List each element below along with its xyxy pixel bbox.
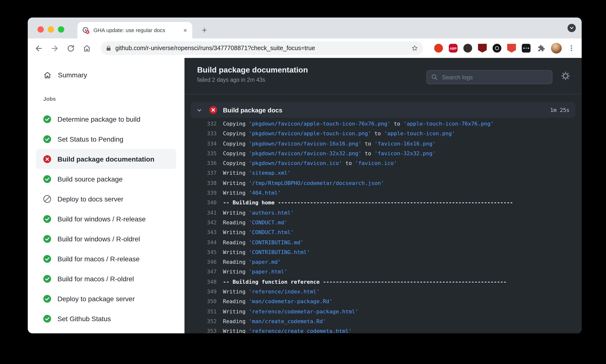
log-line-number[interactable]: 341 — [184, 208, 217, 218]
ublock-extension-icon[interactable] — [478, 44, 487, 52]
log-line-number[interactable]: 343 — [184, 228, 217, 238]
sidebar-item-build-package-documentation[interactable]: Build package documentation — [36, 149, 176, 169]
gear-icon[interactable] — [561, 72, 570, 80]
zoom-window-button[interactable] — [58, 26, 64, 33]
home-button[interactable] — [79, 40, 95, 56]
sidebar-item-determine-package-to-build[interactable]: Determine package to build — [36, 109, 176, 129]
log-line: 349Writing 'reference/index.html' — [184, 287, 582, 297]
log-line-number[interactable]: 346 — [184, 258, 217, 267]
chevron-down-icon[interactable] — [197, 107, 202, 113]
sidebar-item-build-for-macos-r-release[interactable]: Build for macos / R-release — [36, 249, 176, 269]
sidebar-item-build-source-package[interactable]: Build source package — [36, 169, 176, 189]
log-line: 333Copying 'pkgdown/favicon/apple-touch-… — [184, 129, 582, 139]
log-panel-header: Build package documentation failed 2 day… — [184, 58, 582, 94]
success-icon — [43, 215, 51, 223]
success-icon — [43, 255, 51, 262]
log-line-number[interactable]: 348 — [184, 277, 217, 287]
success-icon — [43, 295, 51, 302]
log-line-number[interactable]: 350 — [184, 297, 217, 307]
url-text: github.com/r-universe/ropensci/runs/3477… — [115, 45, 411, 52]
sidebar-item-build-for-windows-r-oldrel[interactable]: Build for windows / R-oldrel — [36, 229, 176, 249]
log-line: 343Writing 'CONDUCT.html' — [184, 228, 582, 238]
log-line-number[interactable]: 336 — [184, 159, 217, 169]
log-line: 341Writing 'authors.html' — [184, 208, 582, 218]
log-line-number[interactable]: 333 — [184, 129, 217, 139]
log-line-text: Writing 'reference/index.html' — [223, 287, 319, 297]
minimize-window-button[interactable] — [48, 26, 54, 33]
log-line-text: Copying 'pkgdown/favicon/favicon-32x32.p… — [223, 149, 436, 159]
log-line-number[interactable]: 335 — [184, 149, 217, 159]
log-line-number[interactable]: 339 — [184, 188, 217, 198]
browser-toolbar: github.com/r-universe/ropensci/runs/3477… — [28, 39, 582, 58]
search-logs-input[interactable] — [441, 73, 548, 81]
extension-icon-7[interactable] — [522, 44, 530, 52]
log-line-number[interactable]: 353 — [184, 326, 217, 333]
log-line: 338Writing '/tmp/RtmpLOBPHO/codemetar/do… — [184, 179, 582, 189]
log-group-header[interactable]: Build package docs 1m 25s — [191, 102, 575, 118]
log-line: 347Writing 'paper.html' — [184, 267, 582, 277]
log-line-number[interactable]: 351 — [184, 307, 217, 317]
sidebar-item-deploy-to-docs-server[interactable]: Deploy to docs server — [36, 189, 176, 209]
profile-avatar[interactable] — [551, 43, 562, 53]
log-line-text: Writing 'reference/create_codemeta.html' — [223, 326, 352, 333]
log-line-number[interactable]: 337 — [184, 169, 217, 179]
job-label: Build for macos / R-release — [57, 255, 140, 262]
log-line-number[interactable]: 344 — [184, 238, 217, 248]
job-label: Deploy to docs server — [57, 195, 123, 203]
log-panel: Build package documentation failed 2 day… — [184, 58, 582, 333]
close-window-button[interactable] — [38, 26, 44, 33]
log-line-text: Writing 'reference/codemetar-package.htm… — [223, 307, 358, 317]
log-line: 336Copying 'pkgdown/favicon/favicon.ico'… — [184, 159, 582, 169]
log-line: 344Reading 'CONTRIBUTING.md' — [184, 238, 582, 248]
log-line-text: Writing 'paper.html' — [223, 267, 288, 277]
log-line-text: Copying 'pkgdown/favicon/apple-touch-ico… — [223, 119, 494, 129]
browser-menu-icon[interactable] — [567, 44, 575, 52]
success-icon — [43, 275, 51, 283]
log-line-number[interactable]: 347 — [184, 267, 217, 277]
new-tab-button[interactable] — [199, 25, 210, 36]
skipped-icon — [43, 195, 51, 203]
log-line-text: Writing '404.html' — [223, 188, 281, 198]
tab-search-button[interactable] — [567, 24, 576, 32]
back-button[interactable] — [31, 40, 47, 56]
log-line: 350Reading 'man/codemetar-package.Rd' — [184, 297, 582, 307]
jobs-list: Determine package to buildSet Status to … — [36, 109, 176, 328]
log-line-number[interactable]: 332 — [184, 119, 217, 129]
log-line-number[interactable]: 340 — [184, 198, 217, 208]
extension-icon-3[interactable] — [463, 44, 472, 52]
log-line-text: Reading 'man/create_codemeta.Rd' — [223, 317, 326, 327]
log-line-number[interactable]: 342 — [184, 218, 217, 228]
sidebar-item-set-github-status[interactable]: Set Github Status — [36, 309, 176, 328]
job-label: Set Status to Pending — [57, 135, 123, 143]
sidebar-item-summary[interactable]: Summary — [36, 67, 176, 83]
extensions-menu-icon[interactable] — [536, 44, 545, 52]
address-bar[interactable]: github.com/r-universe/ropensci/runs/3477… — [101, 41, 423, 55]
log-line: 332Copying 'pkgdown/favicon/apple-touch-… — [184, 119, 582, 129]
lock-icon[interactable] — [106, 45, 111, 51]
sidebar-item-set-status-to-pending[interactable]: Set Status to Pending — [36, 129, 176, 149]
extension-icon-5[interactable] — [493, 44, 501, 52]
browser-tab[interactable]: GHA update: use regular docs — [77, 22, 192, 39]
log-line-number[interactable]: 345 — [184, 248, 217, 258]
job-label: Build source package — [57, 175, 123, 183]
sidebar-item-deploy-to-package-server[interactable]: Deploy to package server — [36, 288, 176, 309]
adblock-extension-icon[interactable] — [434, 44, 443, 52]
log-line-number[interactable]: 349 — [184, 287, 217, 297]
sidebar-item-build-for-windows-r-release[interactable]: Build for windows / R-release — [36, 209, 176, 229]
tab-close-icon[interactable] — [183, 28, 187, 32]
job-label: Build package documentation — [57, 155, 154, 163]
log-line: 351Writing 'reference/codemetar-package.… — [184, 307, 582, 317]
job-label: Set Github Status — [57, 315, 111, 322]
log-line-number[interactable]: 338 — [184, 179, 217, 189]
log-line-text: -- Building home -----------------------… — [223, 198, 513, 208]
shield-extension-icon[interactable] — [507, 44, 516, 52]
log-line-number[interactable]: 334 — [184, 139, 217, 149]
forward-button[interactable] — [47, 40, 63, 56]
sidebar-item-build-for-macos-r-oldrel[interactable]: Build for macos / R-oldrel — [36, 269, 176, 288]
jobs-section-label: Jobs — [36, 96, 176, 103]
log-line: 353Writing 'reference/create_codemeta.ht… — [184, 326, 582, 333]
reload-button[interactable] — [63, 40, 79, 56]
adblock-plus-extension-icon[interactable]: ABP — [449, 44, 458, 52]
log-line-number[interactable]: 352 — [184, 317, 217, 327]
bookmark-star-icon[interactable] — [411, 45, 418, 52]
